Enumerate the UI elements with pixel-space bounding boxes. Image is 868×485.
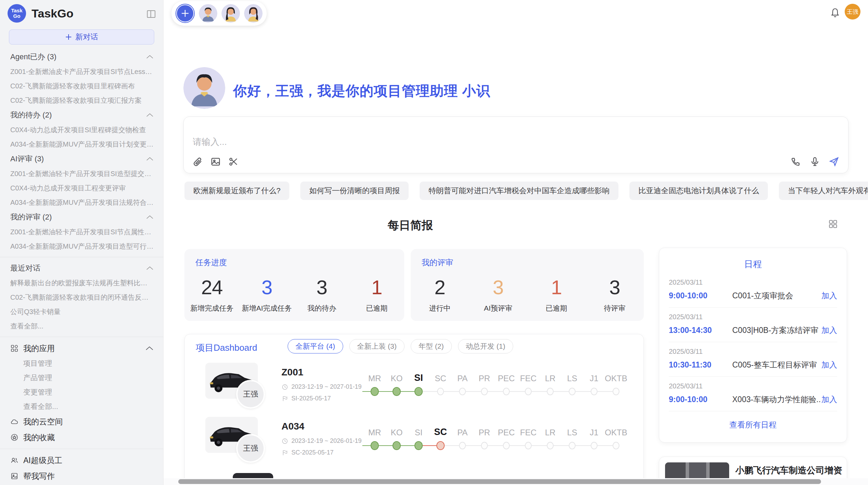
milestone-track: MRKOSISCPAPRPECFECLRLSJ1OKTB <box>362 363 633 404</box>
view-all-schedule-link[interactable]: 查看所有日程 <box>659 411 847 430</box>
sidebar-recent-item[interactable]: 解释最新出台的欧盟报废车法规再生塑料比例被调至15%... <box>0 276 163 290</box>
event-join-link[interactable]: 加入 <box>821 394 837 405</box>
suggestion-chip[interactable]: 如何写一份清晰的项目周报 <box>300 182 409 200</box>
stat-value: 1 <box>551 277 562 297</box>
event-row: 10:30-11:30C005-整车工程目标评审加入 <box>669 360 837 370</box>
plus-icon <box>181 9 190 18</box>
event-row: 9:00-10:00X003-车辆动力学性能验...加入 <box>669 394 837 405</box>
scissors-icon[interactable] <box>228 157 239 167</box>
sidebar-task-item[interactable]: C02-飞腾新能源轻客改款项目立项汇报方案 <box>0 93 163 108</box>
project-flag-text: SC-2025-05-17 <box>291 449 334 456</box>
stat-card-title: 我的评审 <box>422 257 453 268</box>
notification-bell-icon[interactable] <box>830 8 840 18</box>
suggestion-chip[interactable]: 当下年轻人对汽车外观有怎样的喜好趋势 <box>779 182 868 200</box>
sidebar-recent-item[interactable]: 查看全部... <box>0 319 163 333</box>
dashboard-tab-0[interactable]: 全新平台 (4) <box>288 339 343 353</box>
event-join-link[interactable]: 加入 <box>821 360 837 370</box>
sidebar-favorites[interactable]: 我的收藏 <box>0 430 163 445</box>
milestone-dot <box>459 442 466 449</box>
milestone-dot <box>481 442 488 449</box>
project-dashboard: 项目Dashboard 全新平台 (4)全新上装 (3)年型 (2)动总开发 (… <box>184 334 644 485</box>
chat-input[interactable] <box>193 137 707 147</box>
project-dates-text: 2023-12-19 ~ 2027-01-19 <box>291 383 362 390</box>
agent-avatar-2[interactable] <box>221 4 240 23</box>
sidebar-app-item[interactable]: 产品管理 <box>0 371 163 385</box>
stat-value: 3 <box>316 277 327 297</box>
agent-avatar-3[interactable] <box>244 4 263 23</box>
suggestion-chip[interactable]: 欧洲新规最近颁布了什么? <box>184 182 289 200</box>
sidebar-group-0-label: Agent已办 (3) <box>10 52 146 62</box>
briefing-layout-icon[interactable] <box>828 219 838 229</box>
sidebar-task-item[interactable]: A034-全新新能源MUV产品开发项目法规符合性评审 <box>0 195 163 210</box>
milestone-dot <box>569 442 576 449</box>
app-title: TaskGo <box>32 7 146 20</box>
sidebar-recent-item[interactable]: 公司Q3轻卡销量 <box>0 304 163 319</box>
dashboard-tab-3[interactable]: 动总开发 (1) <box>458 339 514 353</box>
sidebar-cloud-space[interactable]: 我的云空间 <box>0 414 163 430</box>
milestone-dot <box>525 442 532 449</box>
attachment-icon[interactable] <box>193 157 203 167</box>
sidebar-task-item[interactable]: Z001-全新燃油轻卡产品开发项目SI节点属性5D文件评审 <box>0 225 163 239</box>
project-flag-text: SI-2025-05-17 <box>291 395 331 402</box>
star-badge-icon <box>10 433 19 442</box>
sidebar-task-item[interactable]: C0X4-动力总成开发项目工程变更评审 <box>0 181 163 195</box>
milestone-label: FEC <box>520 374 537 383</box>
sidebar-group-2[interactable]: AI评审 (3) <box>0 151 163 166</box>
milestone-dot <box>591 388 598 395</box>
event-join-link[interactable]: 加入 <box>821 290 837 301</box>
project-code: Z001 <box>281 367 303 378</box>
sidebar-group-1[interactable]: 我的待办 (2) <box>0 108 163 123</box>
project-row[interactable]: 王强Z0012023-12-19 ~ 2027-01-19SI-2025-05-… <box>185 363 644 414</box>
event-date: 2025/03/11 <box>669 278 837 286</box>
milestone-label: MR <box>368 374 381 383</box>
sidebar-group-0[interactable]: Agent已办 (3) <box>0 49 163 64</box>
milestone-label: SC <box>434 427 447 437</box>
voice-call-icon[interactable] <box>791 157 801 167</box>
stat-value: 3 <box>493 277 503 297</box>
milestone-dot <box>525 388 532 395</box>
sidebar-group-3-label: 我的评审 (2) <box>10 212 146 222</box>
new-chat-button[interactable]: 新对话 <box>9 29 154 45</box>
sidebar-app-item[interactable]: 变更管理 <box>0 385 163 399</box>
app-logo: Task Go <box>8 4 26 23</box>
sidebar-group-recent-label: 最近对话 <box>10 263 146 273</box>
event-join-link[interactable]: 加入 <box>821 325 837 336</box>
sidebar-tool-0[interactable]: AI超级员工 <box>0 452 163 468</box>
stat-grid: 2进行中3AI预评审1已逾期3待评审 <box>411 270 644 321</box>
sidebar-task-item[interactable]: C0X4-动力总成开发项目SI里程碑提交物检查 <box>0 123 163 137</box>
milestone-dot <box>414 387 423 396</box>
event-date: 2025/03/11 <box>669 313 837 321</box>
user-avatar-badge[interactable]: 王强 <box>845 4 860 20</box>
sidebar-group-recent[interactable]: 最近对话 <box>0 261 163 276</box>
microphone-icon[interactable] <box>810 157 820 167</box>
suggestion-chip[interactable]: 比亚迪全固态电池计划具体说了什么 <box>629 182 768 200</box>
sidebar-group-3[interactable]: 我的评审 (2) <box>0 210 163 225</box>
dashboard-tab-1[interactable]: 全新上装 (3) <box>349 339 405 353</box>
assistant-avatar <box>183 67 225 109</box>
sidebar-my-apps[interactable]: 我的应用 <box>0 340 163 356</box>
schedule-title: 日程 <box>659 248 847 273</box>
sidebar-collapse-icon[interactable] <box>146 9 156 18</box>
sidebar-task-item[interactable]: Z001-全新燃油轻卡产品开发项目SI造型提交物评审 <box>0 166 163 181</box>
agent-avatar-1[interactable] <box>199 4 217 23</box>
sidebar-app-item[interactable]: 查看全部... <box>0 399 163 414</box>
event-title: C003|H0B-方案冻结评审 <box>732 325 821 336</box>
sidebar-task-item[interactable]: C02-飞腾新能源轻客改款项目里程碑画布 <box>0 79 163 93</box>
project-row[interactable]: 王强A0342023-12-19 ~ 2026-01-19SC-2025-05-… <box>185 417 644 468</box>
sidebar-task-item[interactable]: Z001-全新燃油皮卡产品开发项目SI节点Lesson Learn报告 <box>0 64 163 79</box>
sidebar-app-item[interactable]: 项目管理 <box>0 356 163 371</box>
people-icon <box>10 456 19 464</box>
suggestion-chip[interactable]: 特朗普可能对进口汽车增税会对中国车企造成哪些影响 <box>420 182 618 200</box>
dashboard-tab-2[interactable]: 年型 (2) <box>411 339 452 353</box>
horizontal-scrollbar-thumb[interactable] <box>178 479 821 484</box>
add-agent-button[interactable] <box>176 4 195 23</box>
schedule-event: 2025/03/1113:00-14:30C003|H0B-方案冻结评审加入 <box>669 308 837 342</box>
send-icon[interactable] <box>829 157 839 167</box>
sidebar-tool-1[interactable]: 帮我写作 <box>0 468 163 484</box>
sidebar-task-item[interactable]: A034-全新新能源MUV产品开发项目计划变更表编写 <box>0 137 163 151</box>
project-dates: 2023-12-19 ~ 2026-01-19 <box>282 437 362 445</box>
sidebar-recent-item[interactable]: C02-飞腾新能源轻客改款项目的闭环通告反馈情况 <box>0 290 163 304</box>
image-upload-icon[interactable] <box>210 157 221 167</box>
event-title: C005-整车工程目标评审 <box>732 360 821 370</box>
sidebar-task-item[interactable]: A034-全新新能源MUV产品开发项目造型可行性评审 <box>0 239 163 253</box>
